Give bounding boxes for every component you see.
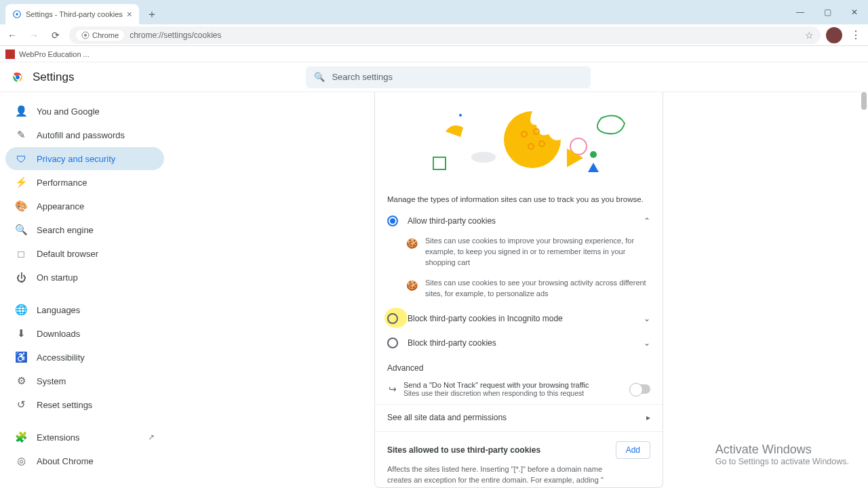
- sidebar-item-system[interactable]: ⚙System: [5, 369, 164, 392]
- sidebar-item-languages[interactable]: 🌐Languages: [5, 298, 164, 321]
- svg-marker-15: [588, 163, 599, 172]
- allowed-sites-title: Sites allowed to use third-party cookies: [387, 445, 540, 455]
- chevron-up-icon[interactable]: ⌃: [644, 216, 650, 226]
- maximize-button[interactable]: ▢: [814, 0, 841, 24]
- svg-point-1: [16, 13, 18, 16]
- app-header: Settings 🔍 Search settings: [0, 62, 868, 92]
- chevron-down-icon[interactable]: ⌄: [644, 338, 650, 348]
- search-icon: 🔍: [15, 224, 27, 236]
- sidebar: 👤You and Google ✎Autofill and passwords …: [0, 92, 170, 488]
- new-tab-button[interactable]: ＋: [143, 5, 161, 23]
- page-title: Settings: [33, 70, 74, 84]
- sidebar-item-accessibility[interactable]: ♿Accessibility: [5, 346, 164, 369]
- browser-titlebar: Settings - Third-party cookies × ＋ — ▢ ✕: [0, 0, 868, 24]
- radio-icon[interactable]: [387, 313, 398, 324]
- svg-rect-7: [433, 157, 446, 169]
- radio-icon[interactable]: [387, 338, 398, 348]
- see-all-site-data[interactable]: See all site data and permissions ▸: [375, 404, 663, 431]
- bookmark-star-icon[interactable]: ☆: [805, 30, 814, 41]
- sidebar-item-performance[interactable]: ⚡Performance: [5, 171, 164, 194]
- close-icon[interactable]: ×: [127, 9, 132, 20]
- cookie-icon: 🍪: [406, 236, 417, 268]
- shield-icon: 🛡: [15, 153, 27, 165]
- sidebar-item-reset[interactable]: ↺Reset settings: [5, 393, 164, 416]
- scroll-thumb[interactable]: [861, 92, 867, 110]
- reset-icon: ↺: [15, 399, 27, 411]
- windows-activation-watermark: Activate Windows Go to Settings to activ…: [715, 443, 849, 466]
- chrome-icon: ◎: [15, 455, 27, 467]
- chevron-down-icon[interactable]: ⌄: [644, 314, 650, 323]
- bolt-icon: ⚡: [15, 176, 27, 188]
- scrollbar[interactable]: [860, 92, 868, 488]
- add-button[interactable]: Add: [616, 441, 650, 459]
- globe-icon: 🌐: [15, 304, 27, 316]
- sidebar-item-downloads[interactable]: ⬇Downloads: [5, 322, 164, 345]
- chrome-logo-icon: [11, 70, 24, 84]
- sidebar-item-extensions[interactable]: 🧩Extensions↗: [5, 426, 164, 449]
- cookie-illustration: [375, 92, 663, 187]
- power-icon: ⏻: [15, 272, 27, 283]
- lead-text: Manage the types of information sites ca…: [375, 187, 663, 209]
- option-allow[interactable]: Allow third-party cookies ⌃: [387, 209, 650, 233]
- cookie-options: Allow third-party cookies ⌃ 🍪 Sites can …: [375, 209, 663, 355]
- settings-app: Settings 🔍 Search settings 👤You and Goog…: [0, 62, 868, 488]
- sidebar-item-search-engine[interactable]: 🔍Search engine: [5, 218, 164, 241]
- autofill-icon: ✎: [15, 129, 27, 141]
- chevron-right-icon: ▸: [646, 413, 650, 422]
- sidebar-item-on-startup[interactable]: ⏻On startup: [5, 266, 164, 289]
- sidebar-item-you-and-google[interactable]: 👤You and Google: [5, 100, 164, 123]
- window-controls: — ▢ ✕: [787, 0, 868, 24]
- paint-icon: 🎨: [15, 200, 27, 212]
- sidebar-item-privacy[interactable]: 🛡Privacy and security: [5, 147, 164, 170]
- svg-point-6: [459, 114, 462, 117]
- external-link-icon: ↗: [148, 432, 155, 442]
- svg-point-5: [16, 75, 20, 79]
- cookie-icon: 🍪: [406, 278, 417, 300]
- main-content: Manage the types of information sites ca…: [170, 92, 868, 488]
- browser-tab[interactable]: Settings - Third-party cookies ×: [5, 4, 139, 24]
- forward-button[interactable]: →: [26, 27, 42, 43]
- option-block-incognito[interactable]: Block third-party cookies in Incognito m…: [387, 306, 650, 331]
- sidebar-item-about[interactable]: ◎About Chrome: [5, 449, 164, 472]
- sidebar-item-appearance[interactable]: 🎨Appearance: [5, 195, 164, 218]
- search-icon: 🔍: [314, 72, 325, 82]
- gear-icon: [12, 9, 22, 19]
- extensions-icon: 🧩: [15, 431, 27, 443]
- profile-avatar[interactable]: [826, 27, 842, 43]
- settings-body: 👤You and Google ✎Autofill and passwords …: [0, 92, 868, 488]
- option-block-all[interactable]: Block third-party cookies ⌄: [387, 331, 650, 355]
- bookmarks-bar: WebPro Education ...: [0, 46, 868, 62]
- browser-icon: □: [15, 248, 27, 260]
- search-settings-input[interactable]: 🔍 Search settings: [306, 66, 591, 88]
- sidebar-item-default-browser[interactable]: □Default browser: [5, 242, 164, 265]
- close-button[interactable]: ✕: [841, 0, 868, 24]
- tab-title: Settings - Third-party cookies: [26, 10, 123, 18]
- svg-point-14: [590, 151, 597, 158]
- chrome-icon: [81, 31, 90, 39]
- browser-toolbar: ← → ⟳ Chrome chrome://settings/cookies ☆…: [0, 24, 868, 46]
- option-allow-detail-1: 🍪 Sites can use cookies to improve your …: [387, 233, 650, 275]
- url-text: chrome://settings/cookies: [130, 30, 221, 40]
- settings-card: Manage the types of information sites ca…: [374, 92, 663, 488]
- bookmark-item[interactable]: WebPro Education ...: [19, 50, 90, 58]
- option-allow-detail-2: 🍪 Sites can use cookies to see your brow…: [387, 275, 650, 306]
- radio-selected-icon[interactable]: [387, 216, 398, 226]
- person-icon: 👤: [15, 105, 27, 117]
- search-placeholder: Search settings: [332, 72, 393, 82]
- download-icon: ⬇: [15, 327, 27, 340]
- allowed-sites-desc: Affects the sites listed here. Inserting…: [387, 464, 618, 488]
- sidebar-item-autofill[interactable]: ✎Autofill and passwords: [5, 123, 164, 146]
- address-bar[interactable]: Chrome chrome://settings/cookies ☆: [69, 26, 821, 44]
- minimize-button[interactable]: —: [787, 0, 814, 24]
- menu-button[interactable]: ⋮: [848, 28, 864, 41]
- svg-point-8: [471, 152, 496, 163]
- do-not-track-row: ↪ Send a "Do Not Track" request with you…: [375, 377, 663, 404]
- share-icon: ↪: [387, 384, 398, 394]
- advanced-heading: Advanced: [375, 355, 663, 377]
- allowed-sites-section: Sites allowed to use third-party cookies…: [375, 431, 663, 488]
- site-chip[interactable]: Chrome: [76, 30, 124, 41]
- reload-button[interactable]: ⟳: [47, 27, 64, 43]
- back-button[interactable]: ←: [4, 27, 20, 43]
- dnt-toggle[interactable]: [630, 384, 650, 394]
- accessibility-icon: ♿: [15, 351, 27, 363]
